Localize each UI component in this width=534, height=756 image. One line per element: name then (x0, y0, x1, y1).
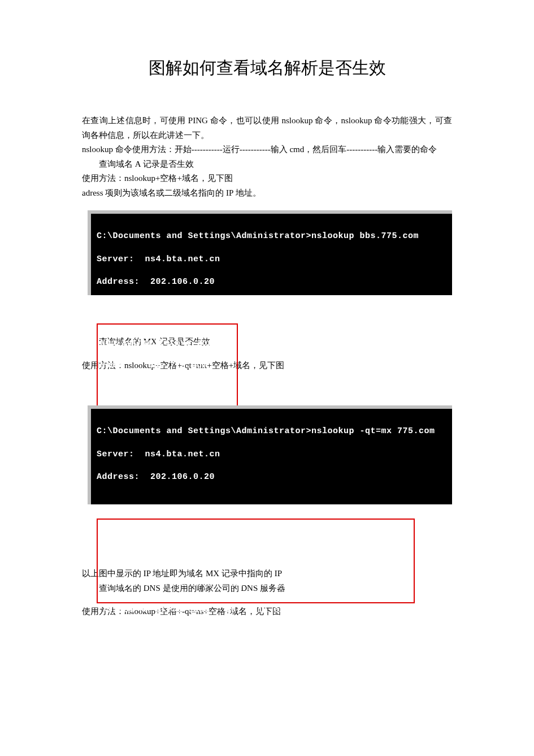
term1-line3: Address: 202.106.0.20 (97, 277, 446, 288)
term2-box-line3: 775.com MX preference = 20, mail exchang… (100, 578, 411, 590)
term1-line2: Server: ns4.bta.net.cn (97, 254, 446, 265)
terminal-screenshot-2: C:\Documents and Settings\Administrator>… (88, 405, 452, 504)
paragraph-intro-2: nslookup 命令使用方法：开始-----------运行---------… (82, 142, 452, 157)
note-address: adress 项则为该域名或二级域名指向的 IP 地址。 (82, 186, 452, 201)
term1-highlight: Non-authoritative answer: Name: bbs.775.… (97, 323, 238, 408)
term2-line1: C:\Documents and Settings\Administrator>… (97, 426, 446, 437)
term2-line2: Server: ns4.bta.net.cn (97, 449, 446, 460)
page-title: 图解如何查看域名解析是否生效 (82, 57, 452, 80)
heading-a-record: 查询域名 A 记录是否生效 (82, 157, 452, 172)
term2-line3: Address: 202.106.0.20 (97, 472, 446, 483)
usage-a-record: 使用方法：nslookup+空格+域名，见下图 (82, 171, 452, 186)
term1-line1: C:\Documents and Settings\Administrator>… (97, 231, 446, 242)
term2-box-line1: Non-authoritative answer: (100, 533, 411, 544)
term2-blank (97, 495, 446, 506)
term2-box-line2: 775.com MX preference = 20, mail exchang… (100, 555, 411, 567)
term2-highlight: Non-authoritative answer: 775.com MX pre… (97, 519, 415, 603)
terminal-screenshot-1: C:\Documents and Settings\Administrator>… (88, 210, 452, 295)
term1-blank (97, 300, 446, 311)
term1-box-line1: Non-authoritative answer: (100, 338, 235, 349)
term1-box-line3: Address: 61.233.40.244 (100, 383, 235, 395)
term2-line5: 775.com MX preference = 20, mail exchang… (97, 628, 446, 639)
term1-box-line2: Name: bbs.775.com (100, 360, 235, 371)
paragraph-intro-1: 在查询上述信息时，可使用 PING 命令，也可以使用 nslookup 命令，n… (82, 114, 452, 142)
term2-line4: 775.com MX preference = 20, mail exchang… (97, 604, 446, 616)
